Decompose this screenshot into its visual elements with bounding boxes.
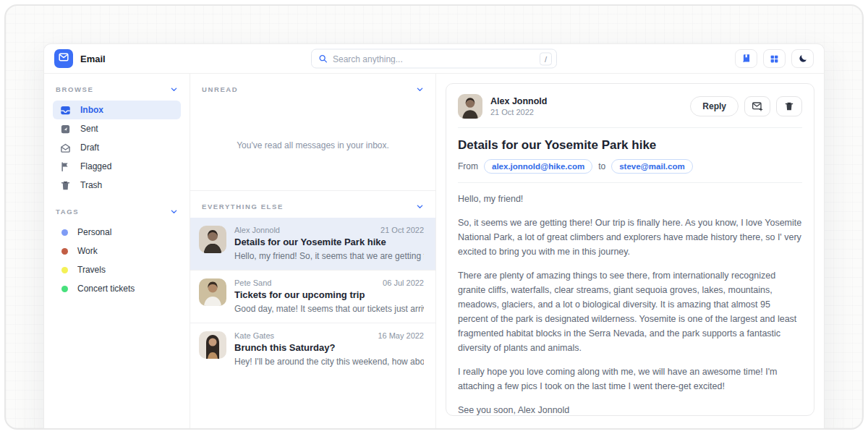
from-email-chip[interactable]: alex.jonnold@hike.com — [484, 159, 592, 174]
tag-label: Personal — [77, 227, 111, 237]
everything-else-header[interactable]: EVERYTHING ELSE — [190, 191, 435, 218]
avatar — [199, 278, 226, 306]
envelope-icon — [59, 52, 69, 65]
avatar — [199, 226, 226, 253]
tag-label: Work — [77, 246, 98, 256]
app-columns: BROWSE Inbox — [44, 74, 824, 430]
unread-section-header[interactable]: UNREAD — [190, 74, 435, 101]
book-icon — [741, 54, 752, 64]
tag-dot — [61, 267, 68, 273]
body-paragraph: I really hope you love coming along with… — [458, 365, 802, 393]
unread-label: UNREAD — [202, 85, 238, 93]
tag-item-personal[interactable]: Personal — [53, 223, 181, 242]
sidebar-item-sent[interactable]: Sent — [53, 119, 181, 138]
tag-item-concert-tickets[interactable]: Concert tickets — [53, 279, 181, 298]
sidebar-item-label: Trash — [80, 180, 102, 190]
sidebar-item-label: Inbox — [80, 105, 103, 115]
top-actions — [735, 49, 814, 68]
dark-mode-button[interactable] — [791, 49, 814, 68]
mail-list-item[interactable]: Pete Sand 06 Jul 2022 Tickets for our up… — [190, 270, 435, 323]
grid-icon — [770, 54, 779, 64]
mail-sender: Kate Gates — [234, 331, 274, 340]
chevron-down-icon[interactable] — [416, 203, 424, 210]
email-detail-card: Alex Jonnold 21 Oct 2022 Reply — [446, 83, 814, 416]
sender-block: Alex Jonnold 21 Oct 2022 — [490, 96, 547, 116]
reading-pane: Alex Jonnold 21 Oct 2022 Reply — [436, 74, 824, 430]
unread-empty-text: You've read all messages in your inbox. — [237, 140, 389, 150]
tag-dot — [61, 286, 68, 292]
everything-else-section: EVERYTHING ELSE Alex Jonnold 21 Oct — [190, 190, 435, 375]
mail-list-item[interactable]: Kate Gates 16 May 2022 Brunch this Satur… — [190, 323, 435, 375]
delete-button[interactable] — [776, 96, 802, 116]
sender-name: Alex Jonnold — [490, 96, 547, 106]
mail-date: 16 May 2022 — [378, 331, 424, 340]
body-paragraph: So, it seems we are getting there! Our t… — [458, 216, 802, 259]
mail-preview: Hello, my friend! So, it seems that we a… — [234, 251, 424, 261]
sidebar-item-label: Flagged — [80, 161, 111, 171]
sidebar-item-draft[interactable]: Draft — [53, 138, 181, 157]
body-paragraph: Hello, my friend! — [458, 192, 802, 206]
email-actions: Reply — [690, 96, 802, 116]
browse-items: Inbox Sent Draft — [53, 101, 181, 195]
unread-empty-state: You've read all messages in your inbox. — [190, 101, 435, 190]
tag-item-work[interactable]: Work — [53, 242, 181, 260]
reply-button[interactable]: Reply — [690, 96, 739, 116]
browse-section-header[interactable]: BROWSE — [53, 85, 181, 93]
mail-sender: Pete Sand — [234, 278, 271, 287]
tags-section-header[interactable]: TAGS — [53, 208, 181, 216]
chevron-down-icon[interactable] — [170, 208, 178, 216]
page-frame: Email / — [4, 4, 864, 430]
mail-meta: Pete Sand 06 Jul 2022 Tickets for our up… — [234, 278, 424, 314]
sidebar-item-flagged[interactable]: Flagged — [53, 157, 181, 176]
divider — [458, 127, 802, 128]
avatar — [199, 331, 226, 359]
mail-subject: Tickets for our upcoming trip — [234, 289, 424, 300]
body-paragraph: There are plenty of amazing things to se… — [458, 268, 802, 355]
tag-label: Concert tickets — [77, 284, 135, 294]
to-email-chip[interactable]: steve@mail.com — [611, 159, 692, 174]
mail-date: 06 Jul 2022 — [383, 278, 424, 287]
tag-item-travels[interactable]: Travels — [53, 260, 181, 279]
notebook-button[interactable] — [735, 49, 757, 68]
from-label: From — [458, 161, 478, 171]
chevron-down-icon[interactable] — [416, 85, 424, 93]
trash-icon — [784, 101, 794, 111]
mail-date: 21 Oct 2022 — [380, 226, 424, 234]
browse-label: BROWSE — [56, 85, 93, 93]
sent-icon — [60, 124, 71, 135]
mail-meta: Alex Jonnold 21 Oct 2022 Details for our… — [234, 226, 424, 261]
search-shortcut-badge: / — [540, 52, 552, 65]
tags-label: TAGS — [56, 208, 79, 216]
email-app-window: Email / — [43, 43, 825, 430]
email-subject: Details for our Yosemite Park hike — [458, 138, 802, 153]
tag-label: Travels — [77, 265, 106, 275]
mail-sender: Alex Jonnold — [234, 226, 280, 234]
mail-preview: Good day, mate! It seems that our ticket… — [234, 304, 424, 314]
forward-button[interactable] — [744, 96, 770, 116]
avatar — [458, 94, 482, 119]
top-bar: Email / — [44, 44, 824, 74]
tag-items: Personal Work Travels Concert tickets — [53, 223, 181, 298]
search-input[interactable] — [333, 54, 535, 64]
search-bar[interactable]: / — [311, 49, 557, 69]
tag-dot — [61, 248, 68, 255]
apps-button[interactable] — [763, 49, 786, 68]
to-label: to — [598, 161, 605, 171]
from-to-row: From alex.jonnold@hike.com to steve@mail… — [458, 159, 802, 174]
mail-meta: Kate Gates 16 May 2022 Brunch this Satur… — [234, 331, 424, 367]
envelope-plus-icon — [752, 101, 763, 112]
mail-preview: Hey! I'll be around the city this weeken… — [234, 357, 424, 367]
app-logo — [54, 49, 73, 68]
mail-list-item[interactable]: Alex Jonnold 21 Oct 2022 Details for our… — [190, 218, 435, 270]
sidebar: BROWSE Inbox — [44, 74, 190, 430]
body-paragraph: See you soon, Alex Jonnold — [458, 403, 802, 416]
mail-subject: Details for our Yosemite Park hike — [234, 237, 424, 247]
message-list-column: UNREAD You've read all messages in your … — [190, 74, 436, 430]
chevron-down-icon[interactable] — [170, 85, 178, 93]
everything-else-label: EVERYTHING ELSE — [202, 203, 284, 210]
divider — [458, 182, 802, 183]
sidebar-item-trash[interactable]: Trash — [53, 176, 181, 195]
sidebar-item-inbox[interactable]: Inbox — [53, 101, 181, 119]
email-detail-header: Alex Jonnold 21 Oct 2022 Reply — [458, 94, 802, 119]
email-body: Hello, my friend! So, it seems we are ge… — [458, 192, 802, 416]
